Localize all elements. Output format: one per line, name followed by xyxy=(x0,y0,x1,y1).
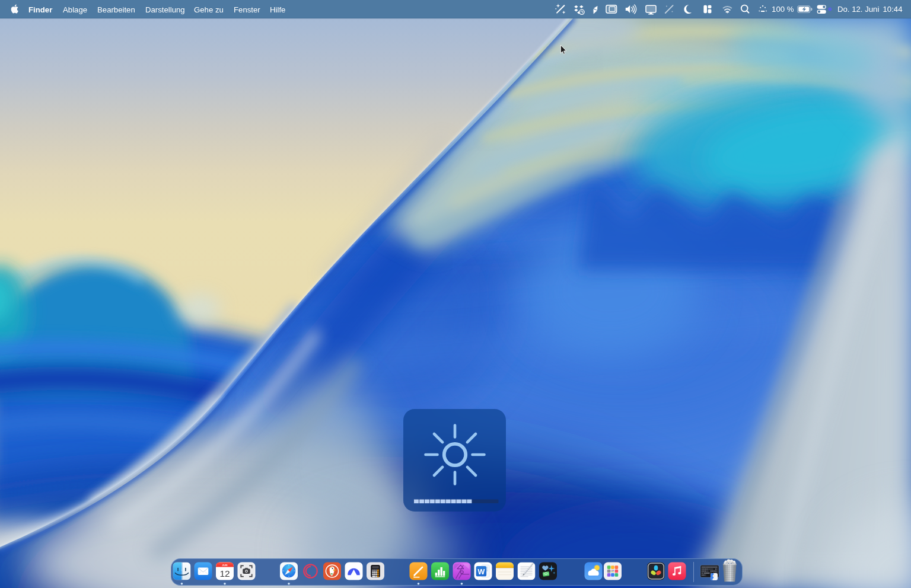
svg-text:100 %: 100 % xyxy=(772,5,794,14)
svg-text:Gehe zu: Gehe zu xyxy=(194,5,224,14)
svg-text:Finder: Finder xyxy=(28,5,52,14)
svg-text:Bearbeiten: Bearbeiten xyxy=(97,5,135,14)
svg-text:Fenster: Fenster xyxy=(234,5,260,14)
svg-text:10:44: 10:44 xyxy=(883,5,902,14)
svg-text:Darstellung: Darstellung xyxy=(145,5,185,14)
svg-text:Ablage: Ablage xyxy=(63,5,87,14)
svg-text:JUN: JUN xyxy=(222,564,228,567)
svg-text:Hilfe: Hilfe xyxy=(270,5,285,14)
svg-text:Do. 12. Juni: Do. 12. Juni xyxy=(837,5,879,14)
svg-text:W: W xyxy=(477,568,485,576)
svg-text:12: 12 xyxy=(219,568,230,579)
